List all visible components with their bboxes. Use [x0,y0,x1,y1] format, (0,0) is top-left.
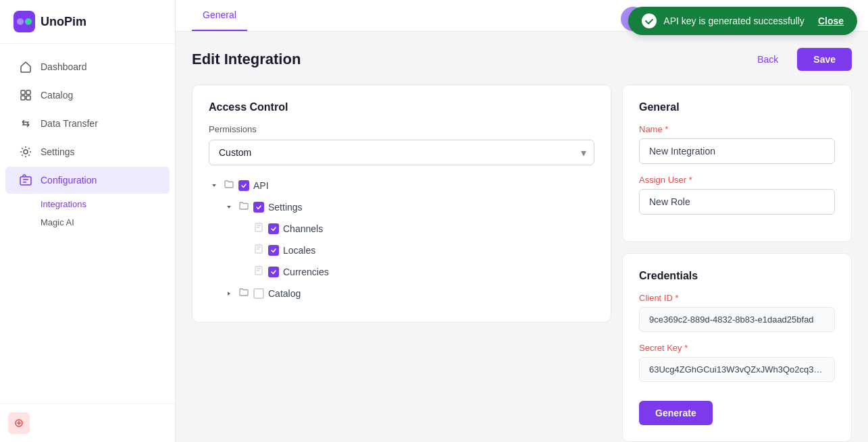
page-title: Edit Integration [192,51,301,68]
settings-icon [19,145,32,159]
tree-children-settings: ▸ Channels [238,219,594,281]
svg-rect-0 [14,11,35,32]
two-col-layout: Access Control Permissions Custom All No… [192,84,852,442]
svg-rect-8 [20,177,31,185]
client-id-label: Client ID * [639,293,835,303]
svg-rect-5 [21,96,25,100]
assign-user-label: Assign User * [639,175,835,185]
sidebar-item-settings-label: Settings [41,146,75,157]
notification-close-button[interactable]: Close [818,16,844,26]
file-icon-currencies [253,265,264,279]
notification-check-icon [642,13,657,28]
sidebar-sub-nav: Integrations Magic AI [0,195,175,231]
checkbox-api[interactable] [238,180,249,191]
sidebar-nav: Dashboard Catalog Data Transfer Settings [0,44,175,404]
notification-bar: API key is generated successfully Close [628,7,857,35]
tree-label-catalog: Catalog [268,288,301,299]
general-card: General Name * Assign User * [622,84,852,242]
sidebar-item-dashboard-label: Dashboard [41,61,87,72]
tree-row-settings: Settings [224,198,594,217]
generate-button[interactable]: Generate [639,401,713,425]
tree-row-currencies: ▸ Currencies [238,263,594,281]
app-name: UnoPim [41,15,86,29]
notification-message: API key is generated successfully [663,16,805,26]
tree-label-locales: Locales [283,245,315,256]
tree-label-settings: Settings [268,202,303,213]
permissions-select-wrapper: Custom All None ▾ [209,140,594,165]
logo: UnoPim [0,0,175,44]
sidebar-item-data-transfer[interactable]: Data Transfer [5,110,170,137]
folder-icon-settings [238,200,249,214]
tree-toggle-catalog[interactable] [224,288,234,299]
tree-item-currencies: ▸ Currencies [238,263,594,281]
permissions-select[interactable]: Custom All None [209,140,594,165]
tree-children-api: Settings ▸ [224,198,594,303]
tree-toggle-settings[interactable] [224,202,234,213]
sidebar-item-settings[interactable]: Settings [5,138,170,165]
client-id-value: 9ce369c2-889d-4832-8b83-e1daad25bfad [639,307,835,332]
name-label: Name * [639,124,835,134]
access-control-col: Access Control Permissions Custom All No… [192,84,611,442]
checkbox-catalog[interactable] [253,288,264,299]
folder-icon-catalog [238,287,249,300]
page-header: Edit Integration Back Save [192,48,852,71]
svg-point-7 [24,150,28,154]
credentials-title: Credentials [639,270,835,282]
tree-label-channels: Channels [283,223,323,234]
general-title: General [639,101,835,113]
svg-rect-4 [26,90,30,94]
sidebar-item-integrations[interactable]: Integrations [35,195,175,213]
assign-user-input[interactable] [639,189,835,215]
file-icon-channels [253,222,264,236]
svg-point-2 [25,18,32,25]
right-col: General Name * Assign User * [622,84,852,442]
credentials-card: Credentials Client ID * 9ce369c2-889d-48… [622,253,852,442]
checkbox-currencies[interactable] [268,267,279,277]
svg-point-1 [17,18,24,25]
assign-user-group: Assign User * [639,175,835,215]
sidebar-item-magic-ai[interactable]: Magic AI [35,213,175,231]
name-group: Name * [639,124,835,164]
sidebar-item-catalog[interactable]: Catalog [5,82,170,109]
svg-rect-3 [21,90,25,94]
sidebar: UnoPim Dashboard Catalog Data Transfer [0,0,176,442]
sidebar-bottom-icon[interactable] [8,412,30,434]
file-icon-locales [253,244,264,257]
checkbox-channels[interactable] [268,223,279,234]
sidebar-item-configuration-label: Configuration [41,175,97,186]
access-control-card: Access Control Permissions Custom All No… [192,84,611,323]
tree-toggle-api[interactable] [209,180,220,191]
tree-item-api: API [209,176,594,303]
tree-item-locales: ▸ Locales [238,241,594,260]
catalog-icon [19,88,32,102]
save-button[interactable]: Save [797,48,852,71]
tree-row-catalog: Catalog [224,284,594,303]
checkbox-settings[interactable] [253,202,264,213]
tree-row-locales: ▸ Locales [238,241,594,260]
secret-key-value: 63Ucg4ZGhGCui13W3vQZxJWh3Qo2cq3QC: [639,357,835,382]
client-id-group: Client ID * 9ce369c2-889d-4832-8b83-e1da… [639,293,835,332]
page-actions: Back Save [746,48,852,71]
tree-item-catalog: Catalog [224,284,594,303]
svg-rect-6 [26,96,30,100]
permissions-label: Permissions [209,124,594,134]
sidebar-bottom [0,404,175,442]
sidebar-item-configuration[interactable]: Configuration [5,167,170,194]
permissions-group: Permissions Custom All None ▾ [209,124,594,165]
back-button[interactable]: Back [746,49,789,70]
home-icon [19,60,32,74]
name-input[interactable] [639,138,835,164]
sidebar-item-dashboard[interactable]: Dashboard [5,53,170,80]
bug-icon [13,417,25,429]
checkbox-locales[interactable] [268,245,279,256]
logo-icon [14,11,35,32]
tree-label-currencies: Currencies [283,267,329,277]
secret-key-label: Secret Key * [639,343,835,353]
secret-key-group: Secret Key * 63Ucg4ZGhGCui13W3vQZxJWh3Qo… [639,343,835,382]
tab-general[interactable]: General [192,0,247,31]
page-content: Edit Integration Back Save Access Contro… [176,32,868,442]
config-icon [19,173,32,187]
folder-icon-api [224,179,234,192]
tree-row-channels: ▸ Channels [238,219,594,238]
tree-row-api: API [209,176,594,195]
